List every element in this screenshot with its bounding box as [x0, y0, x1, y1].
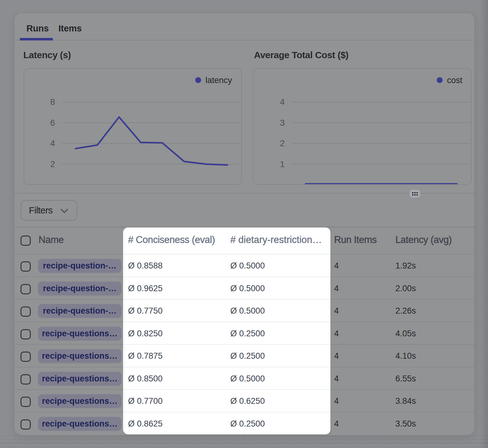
svg-text:6: 6	[50, 118, 55, 128]
svg-text:3: 3	[280, 118, 285, 128]
svg-text:2: 2	[50, 159, 55, 169]
svg-text:2: 2	[280, 138, 285, 148]
svg-text:8: 8	[50, 97, 55, 107]
svg-text:1: 1	[280, 159, 285, 169]
svg-text:4: 4	[280, 97, 285, 107]
svg-text:4: 4	[50, 138, 55, 148]
